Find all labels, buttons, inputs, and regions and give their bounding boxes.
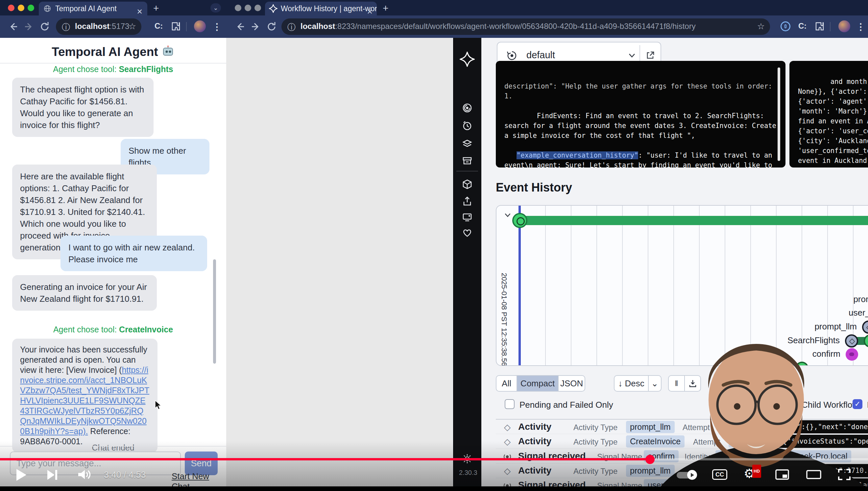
timeline-label: prompt_llm: [814, 321, 857, 332]
extensions-puzzle-icon[interactable]: [171, 21, 181, 31]
event-history-heading: Event History: [496, 181, 572, 195]
page-title: Temporal AI Agent: [0, 45, 226, 59]
fullscreen-button[interactable]: [838, 469, 851, 481]
webcam-presenter: [641, 336, 868, 486]
new-tab-button[interactable]: +: [153, 3, 159, 14]
back-button[interactable]: [234, 21, 246, 33]
archive-icon[interactable]: [462, 155, 473, 166]
view-compact-button[interactable]: Compact: [517, 376, 559, 391]
site-info-icon[interactable]: ⓘ: [287, 22, 296, 33]
close-window-button[interactable]: [8, 5, 14, 11]
external-link-icon[interactable]: [645, 50, 655, 60]
url-path: :5173: [110, 22, 129, 31]
zoom-window-button[interactable]: [28, 5, 34, 11]
feedback-icon[interactable]: [462, 211, 473, 223]
chat-page: Temporal AI Agent Agent chose tool: Sear…: [0, 38, 226, 486]
view-json-button[interactable]: JSON: [559, 376, 585, 391]
signal-icon: [502, 481, 512, 486]
bookmark-star-icon[interactable]: ☆: [757, 21, 765, 32]
panel-scrollbar[interactable]: [778, 67, 780, 161]
play-button[interactable]: [16, 469, 27, 481]
back-button[interactable]: [7, 21, 19, 33]
activity-diamond-icon: ◇: [504, 422, 510, 432]
code-line1: FindEvents: Find an event to travel to 2…: [504, 112, 780, 140]
forward-button[interactable]: [23, 21, 35, 33]
toolbar-divider: [186, 22, 187, 31]
heart-icon[interactable]: [462, 227, 473, 239]
left-toolbar: ⓘ localhost:5173 ☆ C: ⋮: [0, 16, 226, 38]
extension-c-icon[interactable]: C:: [155, 21, 163, 31]
url-bar[interactable]: ⓘ localhost:8233/namespaces/default/work…: [281, 19, 770, 35]
agent-message-generating: Generating an invoice for your Air New Z…: [12, 275, 157, 311]
view-all-button[interactable]: All: [496, 376, 517, 391]
timeline-label: prompt_llm: [853, 294, 868, 305]
url-path: :8233/namespaces/default/workflows/agent…: [335, 22, 695, 31]
schedules-icon[interactable]: [462, 120, 473, 131]
pending-failed-checkbox[interactable]: [505, 399, 515, 409]
chat-ended-status: Chat ended: [0, 443, 226, 453]
reload-button[interactable]: [39, 21, 51, 33]
theater-mode-button[interactable]: [806, 469, 821, 480]
extension-c-icon[interactable]: C:: [798, 21, 807, 31]
timeline-label: user_prompt: [848, 308, 868, 318]
workflow-input-panel[interactable]: description": "Help the user gather args…: [496, 61, 785, 168]
timeline-start-label: 2025-01-08 PST 12:35:38.56: [500, 273, 508, 366]
timeline-start-line: [519, 206, 521, 366]
workflows-icon[interactable]: [462, 102, 473, 114]
close-tab-icon[interactable]: ✕: [137, 5, 143, 16]
volume-icon[interactable]: [78, 469, 91, 481]
chevron-down-icon: [627, 50, 637, 60]
reload-button[interactable]: [266, 21, 278, 33]
agent-message-cheapest: The cheapest flight option is with Catha…: [12, 78, 154, 137]
site-info-icon[interactable]: ⓘ: [62, 22, 70, 33]
tool-label-createinvoice: Agent chose tool: CreateInvoice: [0, 325, 226, 334]
url-bar[interactable]: ⓘ localhost:5173 ☆: [56, 19, 142, 35]
hd-badge: HD: [752, 465, 761, 478]
tab-temporal-ai-agent[interactable]: Temporal AI Agent ✕: [39, 2, 147, 16]
settings-gear-icon[interactable]: ⚙ HD: [744, 467, 755, 480]
temporal-sidenav: 2.30.3: [453, 38, 482, 486]
minimize-window-button[interactable]: [18, 5, 24, 11]
workflow-result-panel[interactable]: and month you're interested in for the e…: [789, 61, 868, 168]
profile-avatar[interactable]: [194, 21, 206, 32]
temporal-logo[interactable]: [460, 52, 475, 67]
code-partial-line: description": "Help the user gather args…: [504, 81, 777, 101]
forward-button[interactable]: [250, 21, 262, 33]
browser-menu-icon[interactable]: ⋮: [212, 21, 222, 32]
extension-1password-icon[interactable]: [780, 21, 790, 31]
browser-menu-icon[interactable]: ⋮: [856, 21, 865, 32]
tab-search-chevron[interactable]: ⌄: [210, 3, 221, 12]
mouse-cursor: [155, 400, 163, 410]
minimize-window-button[interactable]: [245, 5, 251, 11]
namespaces-icon[interactable]: [462, 179, 473, 190]
extensions-puzzle-icon[interactable]: [815, 21, 825, 31]
new-tab-button[interactable]: +: [383, 3, 389, 14]
captions-button[interactable]: CC: [712, 469, 727, 480]
progress-playhead[interactable]: [645, 455, 655, 464]
profile-avatar[interactable]: [838, 21, 850, 32]
invoice-link[interactable]: https://invoice.stripe.com/i/acct_1NBOLu…: [20, 365, 149, 436]
temporal-favicon: [269, 4, 278, 13]
miniplayer-button[interactable]: [775, 469, 789, 480]
workflow-start-marker[interactable]: [512, 213, 527, 228]
chat-input[interactable]: [10, 452, 181, 475]
start-new-chat-link[interactable]: Start New Chat: [172, 471, 226, 486]
tab-title: Temporal AI Agent: [55, 2, 117, 16]
collapse-chevron-icon[interactable]: [503, 210, 512, 220]
progress-played: [0, 458, 650, 460]
batch-operations-icon[interactable]: [462, 138, 473, 149]
close-tab-icon[interactable]: ✕: [367, 5, 373, 16]
workflow-execution-bar[interactable]: [520, 216, 868, 225]
next-button[interactable]: [47, 469, 58, 481]
chat-scrollbar[interactable]: [213, 259, 216, 364]
user-message-choose: I want to go with air new zealand. Pleas…: [61, 236, 207, 271]
tab-workflow-history[interactable]: Workflow History | agent-wor ✕: [265, 2, 377, 16]
letterbox-bottom: [0, 486, 868, 491]
activity-diamond-icon: ◇: [504, 437, 510, 447]
close-window-button[interactable]: [235, 5, 241, 11]
agent-message-invoice: Your invoice has been successfully gener…: [12, 339, 157, 453]
bookmark-star-icon[interactable]: ☆: [129, 21, 136, 32]
sidenav-divider: [456, 171, 478, 171]
zoom-window-button[interactable]: [254, 5, 261, 11]
share-icon[interactable]: [462, 196, 473, 207]
